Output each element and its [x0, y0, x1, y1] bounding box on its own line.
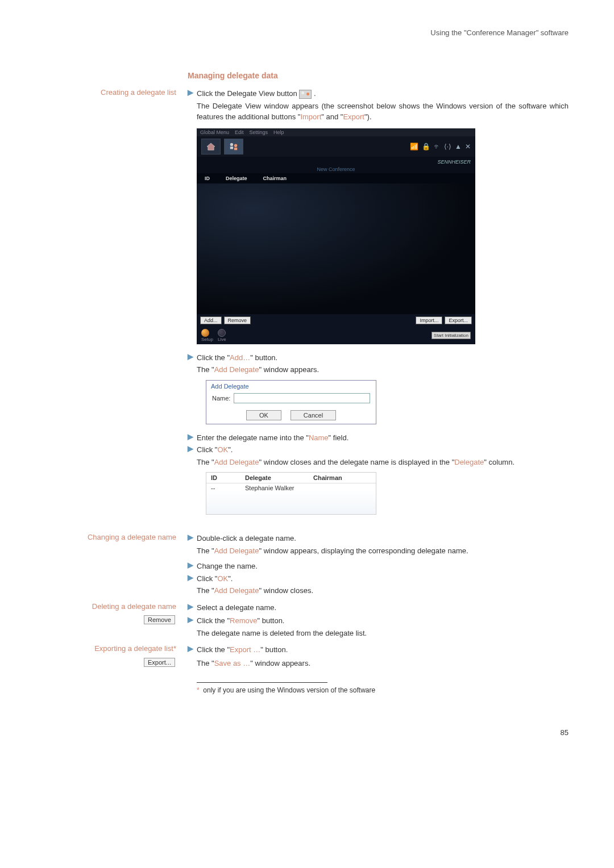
step-text: Click "OK".	[197, 444, 569, 456]
table-body-empty	[197, 183, 475, 314]
export-side-button: Export...	[144, 658, 175, 667]
step-text: Select a delegate name.	[197, 602, 569, 614]
delegate-view-button[interactable]	[224, 139, 243, 155]
add-delegate-dialog: Add Delegate Name: OK Cancel	[206, 380, 376, 424]
step-text: Click the "Add…" button.	[197, 352, 569, 364]
bullet-arrow-icon: ▶	[188, 533, 197, 544]
bullet-arrow-icon: ▶	[188, 88, 197, 99]
col-chairman: Chairman	[255, 176, 295, 181]
step-note: The Delegate View window appears (the sc…	[197, 101, 569, 123]
step-note: The "Save as …" window appears.	[197, 658, 569, 669]
col-delegate: Delegate	[218, 176, 255, 181]
bullet-arrow-icon: ▶	[188, 352, 197, 364]
side-label-export: Exporting a delegate list*	[34, 644, 188, 657]
step-note: The "Add Delegate" window closes and the…	[197, 457, 569, 468]
svg-rect-2	[230, 147, 233, 149]
col-id: ID	[211, 474, 245, 481]
subhead-tab: New Conference	[197, 165, 475, 173]
remove-side-button: Remove	[144, 615, 175, 624]
add-button[interactable]: Add...	[200, 316, 222, 324]
col-chairman: Chairman	[313, 474, 342, 481]
menu-settings[interactable]: Settings	[250, 130, 268, 135]
col-id: ID	[197, 176, 218, 181]
step-text: Click "OK".	[197, 573, 569, 585]
step-note: The "Add Delegate" window closes.	[197, 585, 569, 596]
setup-mode-icon[interactable]	[201, 329, 209, 337]
name-field[interactable]	[234, 393, 370, 403]
cell-id: --	[211, 485, 245, 491]
dialog-title: Add Delegate	[206, 381, 376, 392]
audio-icon[interactable]: 📶	[410, 143, 418, 151]
bullet-arrow-icon: ▶	[188, 602, 197, 614]
side-label-delete: Deleting a delegate name	[34, 602, 188, 615]
menubar: Global Menu Edit Settings Help	[197, 128, 475, 136]
footnote: * only if you are using the Windows vers…	[197, 686, 569, 694]
svg-point-1	[230, 143, 233, 145]
page-number: 85	[34, 728, 569, 737]
start-init-button[interactable]: Start Initialization	[432, 332, 471, 339]
cancel-button[interactable]: Cancel	[291, 410, 336, 420]
room-view-button[interactable]	[201, 139, 221, 155]
live-mode-icon[interactable]	[218, 329, 226, 337]
step-text: Click the "Remove" button.	[197, 615, 569, 627]
step-text: Click the "Export …" button.	[197, 644, 569, 656]
bullet-arrow-icon: ▶	[188, 432, 197, 444]
close-icon[interactable]: ✕	[465, 143, 471, 151]
bullet-arrow-icon: ▶	[188, 444, 197, 456]
running-head: Using the "Conference Manager" software	[34, 28, 569, 37]
bullet-arrow-icon: ▶	[188, 561, 197, 572]
expand-icon[interactable]: ⟨·⟩	[444, 143, 451, 151]
remove-button[interactable]: Remove	[224, 316, 251, 324]
delegate-view-screenshot: Global Menu Edit Settings Help	[197, 128, 475, 344]
step-note: The "Add Delegate" window appears, displ…	[197, 545, 569, 557]
col-delegate: Delegate	[245, 474, 313, 481]
column-headers: ID Delegate Chairman	[197, 173, 475, 183]
svg-marker-0	[207, 143, 215, 149]
brand-logo: SENNHEISER	[437, 159, 471, 165]
menu-edit[interactable]: Edit	[235, 130, 244, 135]
step-text: Enter the delegate name into the "Name" …	[197, 432, 569, 444]
step-text: Click the Delegate View button .	[197, 88, 569, 99]
warning-icon[interactable]: ▲	[455, 143, 462, 151]
side-label-change: Changing a delegate name	[34, 533, 188, 601]
lock-icon[interactable]: 🔒	[422, 143, 430, 151]
setup-label: Setup	[201, 337, 213, 342]
menu-help[interactable]: Help	[273, 130, 284, 135]
bullet-arrow-icon: ▶	[188, 573, 197, 585]
step-text: Double-click a delegate name.	[197, 533, 569, 544]
export-button[interactable]: Export...	[445, 316, 472, 324]
footnote-rule	[197, 682, 327, 683]
step-note: The "Add Delegate" window appears.	[197, 364, 569, 375]
antenna-icon[interactable]: ᯤ	[434, 143, 441, 151]
import-button[interactable]: Import...	[416, 316, 442, 324]
svg-rect-4	[234, 147, 237, 149]
svg-point-3	[234, 144, 237, 147]
bullet-arrow-icon: ▶	[188, 615, 197, 627]
name-label: Name:	[212, 395, 230, 402]
delegate-view-icon	[299, 90, 312, 99]
section-heading: Managing delegate data	[188, 71, 569, 80]
bullet-arrow-icon: ▶	[188, 644, 197, 656]
side-label-create: Creating a delegate list	[34, 88, 188, 532]
table-row: -- Stephanie Walker	[206, 483, 376, 514]
menu-global[interactable]: Global Menu	[200, 130, 229, 135]
step-text: Change the name.	[197, 561, 569, 572]
cell-name: Stephanie Walker	[245, 485, 313, 491]
ok-button[interactable]: OK	[246, 410, 281, 420]
step-note: The delegate name is deleted from the de…	[197, 628, 569, 639]
delegate-table-snippet: ID Delegate Chairman -- Stephanie Walker	[206, 472, 376, 515]
live-label: Live	[218, 337, 226, 342]
